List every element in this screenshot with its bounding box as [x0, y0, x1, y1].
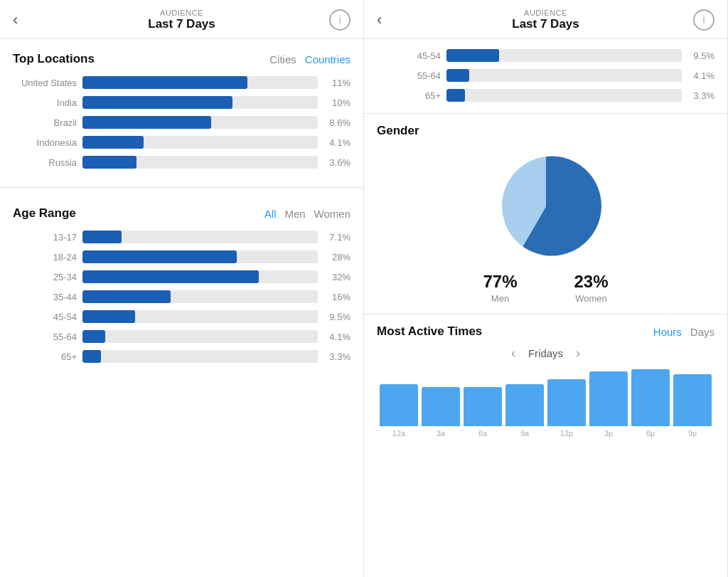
age-pct: 9.5%: [323, 312, 350, 322]
country-bar-track: [82, 76, 318, 89]
right-age-pct: 4.1%: [687, 70, 714, 81]
right-back-button[interactable]: ‹: [377, 11, 398, 29]
pie-chart-container: [377, 149, 714, 263]
country-bar-row: Russia 3.6%: [13, 156, 350, 169]
gender-pie-chart: [489, 149, 603, 263]
country-name: India: [13, 97, 77, 108]
right-panel: ‹ AUDIENCE Last 7 Days i 45-54 9.5% 55-6…: [364, 0, 728, 577]
age-bar-fill: [82, 350, 101, 363]
age-range-label: 65+: [13, 351, 77, 362]
top-locations-section: Top Locations Cities Countries United St…: [0, 39, 363, 181]
active-bar-col: [464, 387, 502, 426]
country-bar-row: Indonesia 4.1%: [13, 136, 350, 149]
age-bar-row: 35-44 16%: [13, 290, 350, 303]
active-bar-label: 6a: [464, 429, 502, 438]
country-name: Russia: [13, 157, 77, 168]
right-age-fill: [446, 69, 469, 82]
age-bar-fill: [82, 310, 135, 323]
active-bar-col: [505, 384, 544, 426]
tab-hours[interactable]: Hours: [653, 326, 682, 338]
right-header-center: AUDIENCE Last 7 Days: [398, 9, 693, 31]
top-locations-title: Top Locations: [13, 52, 95, 66]
day-label: Fridays: [528, 347, 563, 359]
age-pct: 16%: [323, 292, 350, 302]
women-label: Women: [574, 293, 609, 304]
country-name: United States: [13, 78, 77, 88]
left-back-button[interactable]: ‹: [13, 11, 34, 29]
active-bar-col: [589, 371, 628, 426]
active-bar: [380, 384, 418, 426]
right-header-title: Last 7 Days: [398, 17, 693, 31]
age-range-label: 25-34: [13, 272, 77, 282]
tab-days[interactable]: Days: [690, 326, 714, 338]
age-range-section: Age Range All Men Women 13-17 7.1% 18-24…: [0, 194, 363, 376]
left-info-button[interactable]: i: [329, 9, 350, 31]
active-bar-col: [631, 369, 670, 426]
age-bar-track: [82, 330, 318, 343]
age-bar-row: 18-24 28%: [13, 250, 350, 263]
active-bar-label: 9p: [673, 429, 712, 438]
country-bar-track: [82, 136, 318, 149]
active-bar: [464, 387, 502, 426]
most-active-header: Most Active Times Hours Days: [377, 324, 714, 339]
active-bar: [547, 379, 586, 426]
right-info-button[interactable]: i: [693, 9, 714, 31]
active-bar: [505, 384, 544, 426]
age-range-label: 45-54: [13, 312, 77, 322]
country-bar-track: [82, 116, 318, 129]
country-bar-fill: [82, 116, 211, 129]
country-bar-track: [82, 156, 318, 169]
active-bar: [589, 371, 628, 426]
tab-men[interactable]: Men: [284, 208, 305, 220]
day-next-button[interactable]: ›: [576, 346, 580, 361]
active-bar-col: [673, 374, 712, 426]
tab-women[interactable]: Women: [314, 208, 350, 220]
country-pct: 8.6%: [323, 117, 350, 128]
tab-countries[interactable]: Countries: [305, 53, 350, 65]
age-bar-track: [82, 350, 318, 363]
active-bar-col: [547, 379, 586, 426]
left-header-label: AUDIENCE: [34, 9, 329, 17]
top-locations-header: Top Locations Cities Countries: [13, 52, 350, 66]
age-pct: 7.1%: [323, 232, 350, 243]
age-bar-row: 25-34 32%: [13, 270, 350, 283]
active-bar-chart: [377, 369, 714, 426]
active-bar-label: 3p: [589, 429, 628, 438]
age-bar-fill: [82, 330, 105, 343]
country-pct: 11%: [323, 78, 350, 88]
country-pct: 3.6%: [323, 157, 350, 168]
right-age-fill: [446, 49, 499, 62]
active-bar-label: 12p: [547, 429, 586, 438]
country-pct: 4.1%: [323, 137, 350, 148]
age-bar-fill: [82, 290, 171, 303]
right-age-label: 65+: [377, 90, 441, 101]
right-age-label: 55-64: [377, 70, 441, 81]
right-age-fill: [446, 89, 465, 102]
right-age-track: [446, 49, 682, 62]
country-bar-row: Brazil 8.6%: [13, 116, 350, 129]
active-bar-label: 12a: [380, 429, 418, 438]
day-navigation: ‹ Fridays ›: [377, 346, 714, 361]
left-header: ‹ AUDIENCE Last 7 Days i: [0, 0, 363, 39]
age-range-title: Age Range: [13, 206, 76, 221]
right-age-label: 45-54: [377, 51, 441, 61]
age-bar-track: [82, 270, 318, 283]
men-label: Men: [483, 293, 517, 304]
women-pct: 23%: [574, 272, 609, 292]
country-bar-fill: [82, 96, 232, 109]
active-bar-labels: 12a 3a 6a 9a 12p 3p 6p 9p: [377, 426, 714, 438]
tab-cities[interactable]: Cities: [269, 53, 296, 65]
active-bar-label: 3a: [422, 429, 460, 438]
tab-all[interactable]: All: [264, 208, 277, 220]
country-bar-track: [82, 96, 318, 109]
age-range-label: 55-64: [13, 332, 77, 342]
age-bars: 13-17 7.1% 18-24 28% 25-34 32% 35-44: [13, 231, 350, 363]
right-age-bar-row: 65+ 3.3%: [377, 89, 714, 102]
age-bar-track: [82, 310, 318, 323]
day-prev-button[interactable]: ‹: [511, 346, 515, 361]
country-bar-fill: [82, 76, 247, 89]
gender-title: Gender: [377, 124, 714, 138]
right-header-label: AUDIENCE: [398, 9, 693, 17]
active-bar-col: [380, 384, 418, 426]
age-bar-track: [82, 231, 318, 243]
